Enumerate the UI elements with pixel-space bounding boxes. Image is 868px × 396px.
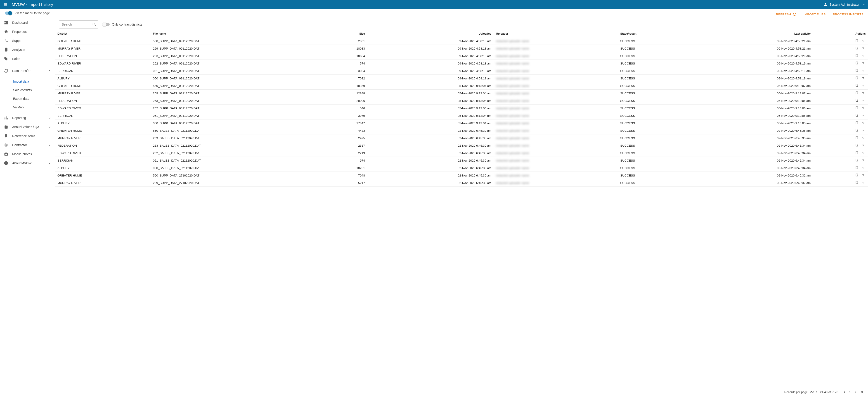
view-details-icon[interactable] [855, 166, 859, 170]
sidebar-item-about-mvow[interactable]: About MVOW [0, 159, 55, 168]
view-details-icon[interactable] [855, 106, 859, 110]
sidebar-item-contractor[interactable]: Contractor [0, 141, 55, 149]
table-row[interactable]: GREATER HUME 560_SUPP_DATA_03112020.DAT … [55, 82, 868, 90]
col-district[interactable]: District [55, 30, 151, 37]
view-details-icon[interactable] [855, 180, 859, 185]
sidebar-item-annual-values-qa[interactable]: Annual values / QA [0, 122, 55, 132]
table-row[interactable]: ALBURY 050_SUPP_DATA_09112020.DAT 7032 0… [55, 75, 868, 82]
table-row[interactable]: BERRIGAN 051_SUPP_DATA_03112020.DAT 3979… [55, 112, 868, 119]
sidebar-item-sales[interactable]: Sales [0, 54, 55, 63]
sidebar-subitem-sale-conflicts[interactable]: Sale conflicts [0, 86, 55, 94]
table-row[interactable]: FEDERATION 263_SUPP_DATA_09112020.DAT 18… [55, 52, 868, 60]
table-row[interactable]: ALBURY 050_SUPP_DATA_03112020.DAT 27847 … [55, 119, 868, 127]
table-row[interactable]: EDWARD RIVER 262_SUPP_DATA_09112020.DAT … [55, 60, 868, 67]
expand-row-icon[interactable] [861, 181, 865, 185]
table-row[interactable]: GREATER HUME 560_SUPP_DATA_09112020.DAT … [55, 37, 868, 45]
col-last[interactable]: Last activity [686, 30, 813, 37]
sidebar-item-supps[interactable]: Supps [0, 36, 55, 45]
view-details-icon[interactable] [855, 98, 859, 103]
expand-row-icon[interactable] [861, 61, 865, 65]
view-details-icon[interactable] [855, 54, 859, 58]
view-details-icon[interactable] [855, 91, 859, 95]
import-files-button[interactable]: IMPORT FILES [803, 11, 827, 18]
table-row[interactable]: MURRAY RIVER 269_SALES_DATA_02112020.DAT… [55, 134, 868, 142]
sidebar-item-reference-items[interactable]: Reference items [0, 132, 55, 141]
next-page-button[interactable] [853, 389, 859, 395]
expand-row-icon[interactable] [861, 106, 865, 110]
sidebar-item-analyses[interactable]: Analyses [0, 45, 55, 54]
view-details-icon[interactable] [855, 84, 859, 88]
process-imports-button[interactable]: PROCESS IMPORTS [832, 11, 864, 18]
table-row[interactable]: MURRAY RIVER 269_SUPP_DATA_03112020.DAT … [55, 90, 868, 97]
cell-uploaded: 05-Nov-2020 9:13:04 am [367, 105, 494, 112]
table-row[interactable]: EDWARD RIVER 262_SALES_DATA_02112020.DAT… [55, 149, 868, 157]
table-row[interactable]: MURRAY RIVER 269_SUPP_DATA_27102020.DAT … [55, 179, 868, 187]
expand-row-icon[interactable] [861, 98, 865, 103]
cell-last: 09-Nov-2020 4:58:19 am [686, 67, 813, 75]
view-details-icon[interactable] [855, 39, 859, 43]
sidebar-subitem-import-data[interactable]: Import data [0, 77, 55, 86]
expand-row-icon[interactable] [861, 47, 865, 51]
view-details-icon[interactable] [855, 76, 859, 80]
table-row[interactable]: FEDERATION 263_SALES_DATA_02112020.DAT 2… [55, 142, 868, 149]
table-row[interactable]: BERRIGAN 051_SUPP_DATA_09112020.DAT 3034… [55, 67, 868, 75]
pin-toggle[interactable] [5, 11, 12, 15]
view-details-icon[interactable] [855, 121, 859, 125]
expand-row-icon[interactable] [861, 166, 865, 170]
view-details-icon[interactable] [855, 158, 859, 162]
view-details-icon[interactable] [855, 61, 859, 65]
view-details-icon[interactable] [855, 113, 859, 117]
expand-row-icon[interactable] [861, 91, 865, 95]
table-row[interactable]: FEDERATION 263_SUPP_DATA_03112020.DAT 20… [55, 97, 868, 105]
view-details-icon[interactable] [855, 143, 859, 147]
expand-row-icon[interactable] [861, 159, 865, 163]
expand-row-icon[interactable] [861, 39, 865, 43]
view-details-icon[interactable] [855, 46, 859, 50]
sidebar-item-properties[interactable]: Properties [0, 27, 55, 36]
first-page-button[interactable] [841, 389, 847, 395]
prev-page-button[interactable] [847, 389, 852, 395]
sidebar-item-reporting[interactable]: Reporting [0, 113, 55, 122]
sidebar-item-mobile-photos[interactable]: Mobile photos [0, 149, 55, 159]
expand-row-icon[interactable] [861, 129, 865, 133]
table-row[interactable]: GREATER HUME 560_SALES_DATA_02112020.DAT… [55, 127, 868, 134]
view-details-icon[interactable] [855, 136, 859, 140]
expand-row-icon[interactable] [861, 136, 865, 140]
expand-row-icon[interactable] [861, 54, 865, 58]
col-uploaded[interactable]: Uploaded [367, 30, 494, 37]
col-uploader[interactable]: Uploader [494, 30, 618, 37]
sidebar-subitem-export-data[interactable]: Export data [0, 94, 55, 103]
expand-row-icon[interactable] [861, 173, 865, 177]
sidebar-subitem-valmap[interactable]: ValMap [0, 103, 55, 112]
view-details-icon[interactable] [855, 173, 859, 177]
table-row[interactable]: ALBURY 050_SALES_DATA_02112020.DAT 18251… [55, 164, 868, 172]
search-icon[interactable] [92, 22, 97, 27]
expand-row-icon[interactable] [861, 76, 865, 80]
table-row[interactable]: GREATER HUME 560_SUPP_DATA_27102020.DAT … [55, 172, 868, 179]
expand-row-icon[interactable] [861, 69, 865, 73]
sidebar-item-data-transfer[interactable]: Data transfer [0, 66, 55, 75]
col-file[interactable]: File name [151, 30, 324, 37]
view-details-icon[interactable] [855, 68, 859, 73]
table-row[interactable]: MURRAY RIVER 269_SUPP_DATA_09112020.DAT … [55, 45, 868, 52]
col-stage[interactable]: Stage/result [618, 30, 686, 37]
menu-button[interactable] [3, 2, 8, 7]
refresh-button[interactable]: REFRESH [775, 11, 798, 18]
sidebar-item-dashboard[interactable]: Dashboard [0, 18, 55, 27]
user-menu[interactable]: System Administrator [823, 2, 865, 7]
per-page-select[interactable]: 20 [810, 390, 817, 394]
expand-row-icon[interactable] [861, 121, 865, 125]
expand-row-icon[interactable] [861, 143, 865, 147]
last-page-button[interactable] [859, 389, 864, 395]
expand-row-icon[interactable] [861, 151, 865, 155]
cell-file: 050_SUPP_DATA_09112020.DAT [151, 75, 324, 82]
view-details-icon[interactable] [855, 151, 859, 155]
only-contract-toggle[interactable] [103, 23, 110, 26]
view-details-icon[interactable] [855, 128, 859, 132]
expand-row-icon[interactable] [861, 114, 865, 118]
col-size[interactable]: Size [324, 30, 367, 37]
expand-row-icon[interactable] [861, 84, 865, 88]
table-row[interactable]: EDWARD RIVER 262_SUPP_DATA_03112020.DAT … [55, 105, 868, 112]
cell-actions [813, 82, 868, 90]
table-row[interactable]: BERRIGAN 051_SALES_DATA_02112020.DAT 974… [55, 157, 868, 164]
